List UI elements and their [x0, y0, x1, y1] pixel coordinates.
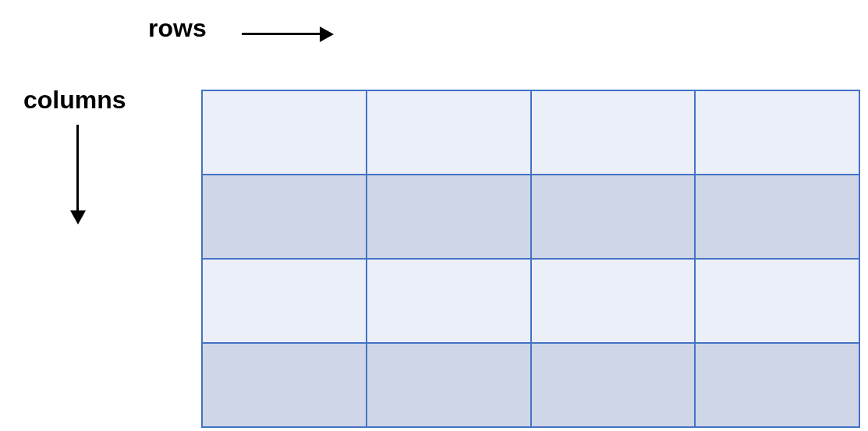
- table-cell: [202, 259, 367, 343]
- table-cell: [367, 343, 531, 427]
- rows-arrow-head: [320, 26, 334, 42]
- table-cell: [531, 343, 696, 427]
- table-row: [202, 343, 859, 427]
- table-row: [202, 259, 859, 343]
- columns-arrow-line: [76, 125, 79, 210]
- rows-arrow-icon: [242, 26, 335, 42]
- table-cell: [695, 90, 859, 175]
- table-cell: [695, 259, 859, 343]
- columns-arrow-icon: [70, 125, 86, 226]
- table-row: [202, 175, 859, 259]
- table-cell: [367, 175, 531, 259]
- columns-arrow-head: [70, 210, 86, 224]
- table-cell: [202, 175, 367, 259]
- table-cell: [531, 175, 696, 259]
- table-cell: [202, 90, 367, 175]
- table-cell: [367, 259, 531, 343]
- rows-arrow-line: [242, 33, 320, 35]
- table-cell: [695, 343, 859, 427]
- columns-label: columns: [23, 86, 126, 115]
- rows-label: rows: [148, 14, 207, 43]
- table-row: [202, 90, 859, 175]
- table-cell: [695, 175, 859, 259]
- table-cell: [367, 90, 531, 175]
- table-cell: [202, 343, 367, 427]
- table-grid: [201, 90, 860, 428]
- table-cell: [531, 259, 696, 343]
- table-cell: [531, 90, 696, 175]
